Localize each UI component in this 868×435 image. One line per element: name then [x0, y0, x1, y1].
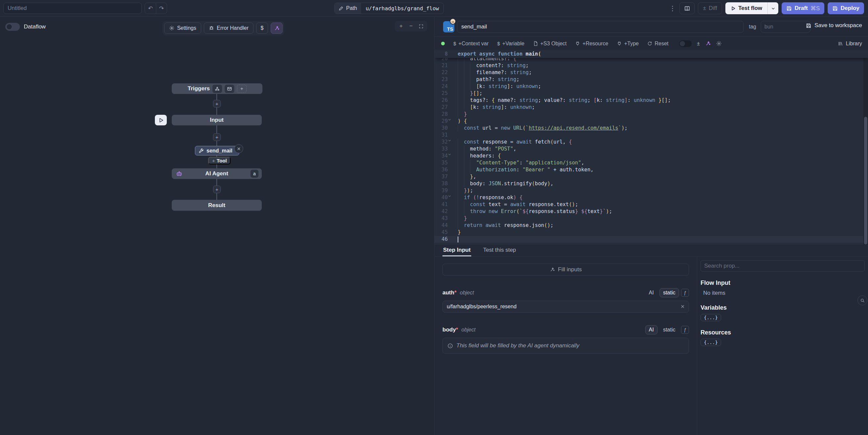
clear-auth-button[interactable]: ✕: [680, 304, 685, 310]
send-mail-node[interactable]: send_mail: [195, 146, 239, 155]
more-menu-button[interactable]: ⋮: [669, 4, 676, 12]
prop-search-input[interactable]: [701, 260, 865, 272]
code-line[interactable]: 46: [434, 236, 868, 243]
tag-input[interactable]: [761, 21, 810, 33]
scrollbar-thumb[interactable]: [864, 117, 867, 245]
body-mode-static-button[interactable]: static: [659, 325, 679, 335]
add-trigger-button[interactable]: +: [237, 85, 247, 93]
add-tool-button[interactable]: + Tool: [208, 157, 231, 164]
line-number: 35: [434, 159, 448, 166]
path-field[interactable]: Path u/farhadglbs/grand_flow: [334, 3, 444, 14]
webhook-trigger-icon[interactable]: [212, 85, 222, 93]
code-line[interactable]: 23path?: string;: [434, 76, 868, 83]
draft-button[interactable]: Draft ⌘S: [782, 2, 824, 14]
code-line[interactable]: 26tags?: { name?: string; value?: string…: [434, 97, 868, 104]
code-line[interactable]: 24[k: string]: unknown;: [434, 83, 868, 90]
code-line[interactable]: 28}: [434, 111, 868, 118]
code-line[interactable]: 39});: [434, 187, 868, 194]
editor-settings-button[interactable]: [716, 41, 722, 46]
code-line[interactable]: 31: [434, 132, 868, 138]
toolbar-item--s3-object[interactable]: +S3 Object: [533, 41, 567, 46]
remove-step-button[interactable]: ✕: [234, 144, 243, 153]
auth-resource-input[interactable]: u/farhadglbs/peerless_resend ✕: [442, 301, 689, 313]
body-mode-ai-button[interactable]: AI: [645, 325, 657, 335]
flow-name-input[interactable]: [3, 3, 142, 14]
code-line[interactable]: 40if (!response.ok) {: [434, 194, 868, 201]
diff-mode-button[interactable]: ±: [697, 41, 700, 46]
code-line[interactable]: 44return await response.json();: [434, 222, 868, 229]
code-line[interactable]: 37},: [434, 173, 868, 180]
undo-button[interactable]: ↶: [145, 3, 156, 13]
email-trigger-icon[interactable]: [225, 85, 234, 93]
toolbar-item-reset[interactable]: Reset: [647, 41, 669, 46]
code-line[interactable]: 32const response = await fetch(url, {: [434, 138, 868, 146]
zoom-in-button[interactable]: +: [397, 22, 405, 30]
code-line[interactable]: 33method: "POST",: [434, 146, 868, 153]
fill-inputs-button[interactable]: Fill inputs: [442, 263, 689, 276]
code-line[interactable]: 27[k: string]: unknown;: [434, 104, 868, 111]
auth-mode-ai-button[interactable]: AI: [645, 288, 657, 298]
test-flow-button[interactable]: Test flow: [725, 2, 767, 14]
code-line[interactable]: 25}[];: [434, 90, 868, 97]
code-line[interactable]: 30const url = new URL(`https://api.resen…: [434, 125, 868, 132]
ai-agent-node[interactable]: AI Agent a: [172, 168, 262, 179]
fold-chevron-icon[interactable]: [448, 153, 458, 159]
code-line[interactable]: 8export async function main(: [434, 51, 868, 58]
toolbar-item--variable[interactable]: $+Variable: [497, 41, 525, 46]
code-line[interactable]: 43}: [434, 215, 868, 222]
insert-step-button[interactable]: +: [213, 100, 221, 107]
prop-object-chip[interactable]: {...}: [701, 339, 721, 346]
ai-wand-button[interactable]: [271, 23, 283, 34]
line-number: 30: [434, 125, 448, 132]
save-to-workspace-button[interactable]: Save to workspace: [806, 22, 862, 29]
assistant-toggle[interactable]: [679, 40, 692, 47]
context-var-button[interactable]: $: [256, 23, 268, 34]
code-line[interactable]: 42throw new Error(`${response.status} ${…: [434, 208, 868, 215]
editor-scrollbar[interactable]: [863, 51, 868, 245]
insert-step-button[interactable]: +: [213, 186, 221, 193]
code-editor[interactable]: 20attachments?: {21content?: string;22fi…: [434, 51, 868, 245]
deploy-button[interactable]: Deploy: [828, 2, 864, 14]
fold-chevron-icon[interactable]: [448, 138, 458, 146]
code-line[interactable]: 38body: JSON.stringify(body),: [434, 180, 868, 187]
toolbar-item--type[interactable]: +Type: [617, 41, 639, 46]
code-line[interactable]: 34headers: {: [434, 153, 868, 159]
prop-object-chip[interactable]: {...}: [701, 314, 721, 321]
code-line[interactable]: 35"Content-Type": "application/json",: [434, 159, 868, 166]
code-line[interactable]: 45}: [434, 229, 868, 236]
code-line[interactable]: 36Authorization: "Bearer " + auth.token,: [434, 166, 868, 173]
ai-wand-button[interactable]: [705, 41, 711, 46]
test-flow-dropdown-button[interactable]: [767, 2, 778, 14]
error-handler-button[interactable]: Error Handler: [204, 23, 253, 34]
code-line[interactable]: 41const text = await response.text();: [434, 201, 868, 208]
fold-chevron-icon[interactable]: [448, 194, 458, 201]
result-node[interactable]: Result: [172, 200, 262, 211]
search-icon[interactable]: [858, 296, 867, 305]
library-button[interactable]: Library: [838, 41, 862, 46]
auth-expression-button[interactable]: ƒ: [681, 289, 689, 297]
zoom-out-button[interactable]: −: [407, 22, 415, 30]
tab-test-this-step[interactable]: Test this step: [483, 247, 517, 256]
triggers-node[interactable]: Triggers +: [172, 83, 262, 94]
fit-view-button[interactable]: [416, 22, 425, 30]
body-expression-button[interactable]: ƒ: [681, 326, 689, 334]
gear-icon: [169, 26, 175, 31]
docs-button[interactable]: [679, 2, 694, 14]
toolbar-item--context-var[interactable]: $+Context var: [453, 41, 489, 46]
flow-canvas[interactable]: Dataflow Settings Error Handler $: [0, 17, 434, 435]
code-line[interactable]: 29) {: [434, 118, 868, 125]
diff-button[interactable]: ± Diff: [698, 2, 722, 14]
code-line[interactable]: 22filename?: string;: [434, 69, 868, 76]
input-node[interactable]: Input: [172, 115, 262, 125]
toolbar-item--resource[interactable]: +Resource: [575, 41, 608, 46]
auth-mode-static-button[interactable]: static: [659, 288, 679, 298]
dataflow-toggle[interactable]: [5, 23, 20, 31]
tab-step-input[interactable]: Step Input: [442, 247, 471, 256]
run-input-button[interactable]: [155, 115, 167, 125]
settings-button[interactable]: Settings: [164, 23, 201, 34]
step-name-input[interactable]: [457, 21, 744, 33]
fold-chevron-icon[interactable]: [448, 118, 458, 125]
insert-step-button[interactable]: +: [213, 133, 221, 141]
code-line[interactable]: 21content?: string;: [434, 62, 868, 69]
redo-button[interactable]: ↷: [156, 3, 167, 13]
